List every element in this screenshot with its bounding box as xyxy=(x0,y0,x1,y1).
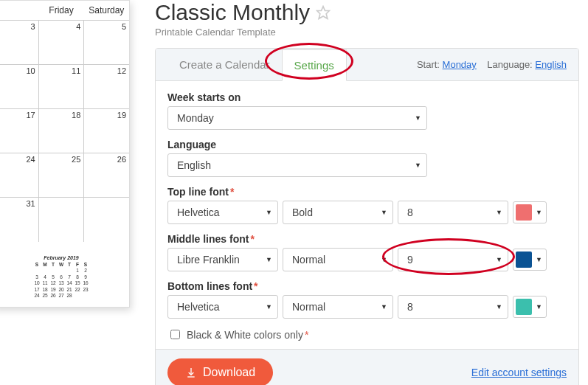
language-link[interactable]: English xyxy=(535,59,567,70)
calendar-cell: 11 xyxy=(39,65,85,108)
page-title: Classic Monthly xyxy=(155,0,579,25)
calendar-sheet: Friday Saturday 3 4 5 10 11 12 17 18 19 … xyxy=(0,0,130,308)
bot-font-size-select[interactable]: 8 xyxy=(398,295,508,319)
calendar-cell: 10 xyxy=(0,65,39,108)
bw-only-checkbox[interactable] xyxy=(170,330,180,339)
bw-only-label: Black & White colors only* xyxy=(187,329,308,341)
calendar-cell: 17 xyxy=(0,109,39,153)
mini-calendar-title: February 2019 xyxy=(8,255,114,260)
calendar-day-headers: Friday Saturday xyxy=(0,1,129,21)
page-title-text: Classic Monthly xyxy=(155,0,310,25)
calendar-cell: 19 xyxy=(84,109,129,153)
settings-body: Week starts on Monday Language English T… xyxy=(156,81,578,349)
chevron-down-icon: ▼ xyxy=(534,209,544,216)
tab-create-calendar[interactable]: Create a Calendar xyxy=(167,49,282,80)
download-button[interactable]: Download xyxy=(167,358,273,385)
top-font-weight-select[interactable]: Bold xyxy=(283,201,393,224)
calendar-cell: 31 xyxy=(0,198,39,242)
day-header xyxy=(0,1,38,20)
bot-font-weight-select[interactable]: Normal xyxy=(283,295,393,319)
color-swatch-icon xyxy=(516,204,532,221)
day-header: Saturday xyxy=(84,1,129,20)
tab-settings[interactable]: Settings xyxy=(282,49,347,81)
mid-font-size-select[interactable]: 9 xyxy=(398,248,508,271)
mid-font-label: Middle lines font* xyxy=(167,233,567,245)
calendar-cell: 12 xyxy=(84,65,129,108)
calendar-cell xyxy=(84,198,129,242)
week-starts-select[interactable]: Monday xyxy=(167,106,427,130)
mid-font-weight-select[interactable]: Normal xyxy=(283,248,393,271)
favorite-star-icon[interactable] xyxy=(316,5,331,20)
color-swatch-icon xyxy=(516,299,532,315)
start-day-link[interactable]: Monday xyxy=(443,59,477,70)
calendar-cell: 24 xyxy=(0,153,39,197)
page-subtitle: Printable Calendar Template xyxy=(155,27,579,38)
chevron-down-icon: ▼ xyxy=(534,303,544,311)
tab-bar: Create a Calendar Settings Start: Monday… xyxy=(156,49,578,81)
mini-calendar-table: SMTWTFS 12 3456789 10111213141516 171819… xyxy=(33,262,90,299)
calendar-cell: 26 xyxy=(84,153,129,197)
calendar-cell: 4 xyxy=(39,21,85,64)
top-font-color-picker[interactable]: ▼ xyxy=(513,201,547,223)
calendar-preview: Friday Saturday 3 4 5 10 11 12 17 18 19 … xyxy=(0,0,140,308)
mini-calendar: February 2019 SMTWTFS 12 3456789 1011121… xyxy=(0,251,129,307)
week-starts-label: Week starts on xyxy=(167,91,567,103)
calendar-cell: 18 xyxy=(39,109,85,153)
svg-marker-0 xyxy=(317,7,330,19)
calendar-cell xyxy=(39,198,85,242)
bot-font-color-picker[interactable]: ▼ xyxy=(513,296,547,318)
language-select[interactable]: English xyxy=(167,153,427,177)
top-font-label: Top line font* xyxy=(167,186,567,198)
bot-font-label: Bottom lines font* xyxy=(167,280,567,292)
tab-bar-summary: Start: Monday Language: English xyxy=(417,59,567,70)
edit-account-settings-link[interactable]: Edit account settings xyxy=(471,367,567,378)
settings-area: Classic Monthly Printable Calendar Templ… xyxy=(155,0,588,385)
top-font-size-select[interactable]: 8 xyxy=(398,201,508,224)
calendar-grid: 3 4 5 10 11 12 17 18 19 24 25 26 31 xyxy=(0,21,129,242)
calendar-cell: 25 xyxy=(39,153,85,197)
mid-font-color-picker[interactable]: ▼ xyxy=(513,249,547,271)
language-label: Language xyxy=(167,139,567,150)
chevron-down-icon: ▼ xyxy=(534,256,544,263)
day-header: Friday xyxy=(38,1,83,20)
settings-panel: Create a Calendar Settings Start: Monday… xyxy=(155,48,579,385)
calendar-cell: 5 xyxy=(84,21,129,64)
top-font-family-select[interactable]: Helvetica xyxy=(167,201,278,224)
calendar-cell: 3 xyxy=(0,21,39,64)
color-swatch-icon xyxy=(516,252,532,268)
bot-font-family-select[interactable]: Helvetica xyxy=(167,295,278,319)
panel-footer: Download Edit account settings xyxy=(156,349,578,385)
mid-font-family-select[interactable]: Libre Franklin xyxy=(167,248,278,271)
download-icon xyxy=(185,367,197,378)
